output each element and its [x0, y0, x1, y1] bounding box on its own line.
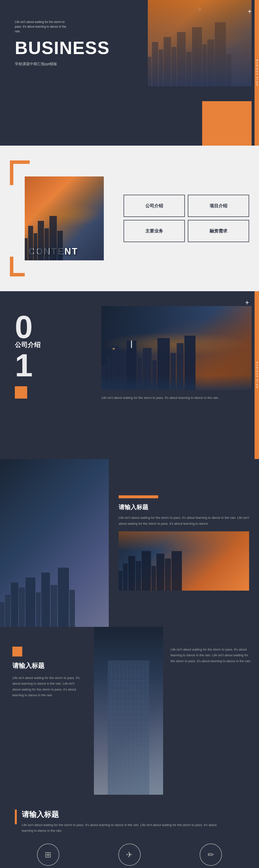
slide3-city-photo [101, 306, 252, 390]
slide-3-company: 0 公司介绍 1 + BUNIESS PLAN [0, 291, 259, 459]
slide6-header: 请输入标题 Life isn't about waiting for the s… [15, 809, 244, 834]
slide3-right: + BUNIESS PLAN [94, 291, 259, 459]
slide1-orange-block [202, 101, 252, 146]
slide-2-content: CONTENT 公司介绍 项目介绍 主要业务 融资需求 [0, 146, 259, 291]
slide2-left: CONTENT [0, 146, 114, 291]
slide6-icon-item-2: ✈ Life isn't about waiting for the storm… [96, 843, 163, 868]
slide5-title: 请输入标题 [12, 661, 82, 670]
slide3-number-0: 0 [15, 311, 79, 343]
slide5-right: Life isn't about waiting for the storm t… [163, 627, 259, 795]
slide2-photo: CONTENT [25, 177, 104, 260]
slide5-description-left: Life isn't about waiting for the storm t… [12, 675, 82, 698]
menu-item-company[interactable]: 公司介绍 [123, 195, 185, 217]
slide6-orange-line [15, 809, 17, 824]
slide3-description: Life isn't about waiting for the storm t… [101, 395, 252, 401]
sidebar-text-1: BUNIESS PLAN [256, 60, 258, 86]
slide1-label-char: 楼 [198, 7, 201, 12]
slide3-sidebar-bar: BUNIESS PLAN [255, 291, 259, 459]
slide2-buildings [25, 191, 104, 260]
slide4-orange-bar [119, 495, 158, 498]
slide3-sidebar-text: BUNIESS PLAN [256, 362, 258, 389]
slide3-left: 0 公司介绍 1 [0, 291, 94, 459]
slide2-right-menu: 公司介绍 项目介绍 主要业务 融资需求 [114, 180, 259, 257]
slide4-right: 请输入标题 Life isn't about waiting for the s… [109, 459, 259, 627]
slide6-icon-circle-2: ✈ [118, 843, 141, 866]
slide6-header-content: 请输入标题 Life isn't about waiting for the s… [22, 809, 220, 834]
slide6-icon-item-1: ⊞ Life isn't about waiting for the storm… [15, 843, 81, 868]
slide-1-cover: BUNIESS PLAN 楼 + Life isn't about waitin… [0, 0, 259, 146]
slide4-left-photo [0, 459, 109, 627]
slide6-icon-item-3: ✏ Life isn't about waiting for the storm… [178, 843, 244, 868]
slide5-orange-square [12, 647, 22, 656]
slide6-icon-circle-1: ⊞ [37, 843, 59, 866]
slide4-photo2 [119, 531, 249, 591]
slide6-icon-circle-3: ✏ [200, 843, 222, 866]
buildings-decoration [148, 17, 252, 86]
menu-item-business[interactable]: 主要业务 [123, 220, 185, 242]
slide2-frame-top-h [10, 160, 30, 164]
slide-4-section: 请输入标题 Life isn't about waiting for the s… [0, 459, 259, 627]
plane-icon: ✈ [126, 850, 133, 859]
compass-icon: ✏ [208, 850, 214, 859]
slide5-left: 请输入标题 Life isn't about waiting for the s… [0, 627, 94, 795]
slide5-description-right: Life isn't about waiting for the storm t… [171, 647, 252, 664]
slide5-photo [94, 627, 163, 795]
slide3-plus-icon: + [245, 299, 249, 307]
slide2-frame-left-top [10, 160, 13, 185]
slide1-city-image: 楼 [148, 0, 252, 86]
slide4-title: 请输入标题 [119, 503, 249, 511]
slide6-icons-row: ⊞ Life isn't about waiting for the storm… [15, 843, 244, 868]
slide1-plus-icon: + [248, 7, 252, 15]
slide-5-section: 请输入标题 Life isn't about waiting for the s… [0, 627, 259, 795]
slide6-description: Life isn't about waiting for the storm t… [22, 822, 220, 834]
sidebar-bar-1: BUNIESS PLAN [255, 0, 259, 146]
slide3-orange-square [15, 386, 27, 399]
slide3-number-1: 1 [15, 349, 79, 381]
slide1-content: Life isn't about waiting for the storm t… [15, 20, 110, 66]
grid-icon: ⊞ [45, 850, 51, 859]
slide6-title: 请输入标题 [22, 809, 220, 819]
slide1-tagline: Life isn't about waiting for the storm t… [15, 20, 69, 34]
slide4-photo1 [0, 459, 109, 627]
slide1-title: BUSINESS [15, 39, 110, 57]
slide2-frame-bottom-h [10, 273, 25, 276]
slide5-mid-photo [94, 627, 163, 795]
slide-6-icons: 请输入标题 Life isn't about waiting for the s… [0, 795, 259, 868]
slide1-subtitle: 学校课题中期汇报ppt模板 [15, 62, 110, 66]
menu-item-funding[interactable]: 融资需求 [188, 220, 249, 242]
menu-item-project[interactable]: 项目介绍 [188, 195, 249, 217]
slide4-description: Life isn't about waiting for the storm t… [119, 515, 249, 526]
